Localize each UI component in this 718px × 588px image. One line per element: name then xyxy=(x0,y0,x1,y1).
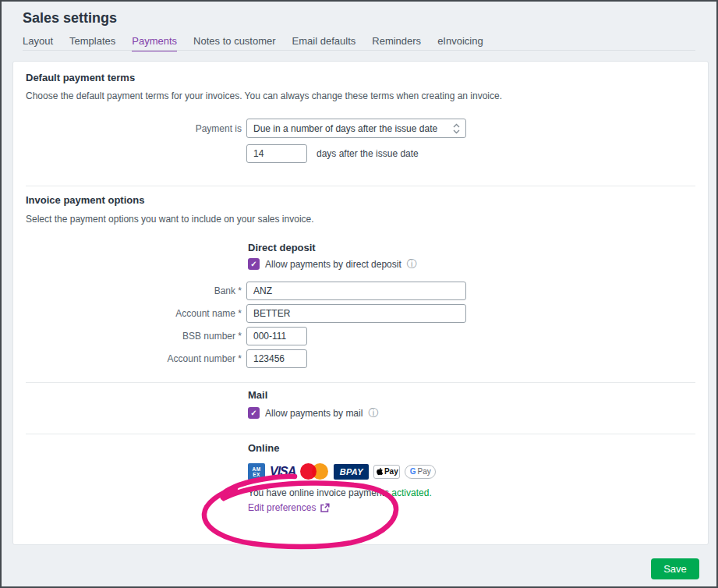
tab-bar: Layout Templates Payments Notes to custo… xyxy=(23,35,483,51)
page-title: Sales settings xyxy=(23,10,117,27)
section-divider xyxy=(26,434,695,434)
tab-layout[interactable]: Layout xyxy=(23,35,53,51)
payment-is-label: Payment is xyxy=(13,123,242,134)
account-name-label: Account name * xyxy=(13,308,242,319)
account-number-label: Account number * xyxy=(13,353,242,364)
default-payment-terms-heading: Default payment terms xyxy=(26,72,135,83)
amex-icon: AM EX xyxy=(248,463,265,480)
online-heading: Online xyxy=(248,442,279,454)
invoice-payment-options-description: Select the payment options you want to i… xyxy=(26,214,314,225)
tab-einvoicing[interactable]: eInvoicing xyxy=(437,35,483,51)
invoice-payment-options-heading: Invoice payment options xyxy=(26,194,144,206)
status-text: You have online invoice payments xyxy=(248,487,391,498)
tab-email-defaults[interactable]: Email defaults xyxy=(292,35,356,51)
edit-preferences-label: Edit preferences xyxy=(248,502,316,513)
account-number-input[interactable] xyxy=(246,349,307,368)
payment-methods-row: AM EX VISA BPAY Pay G Pay xyxy=(248,462,436,480)
bsb-number-input[interactable] xyxy=(246,327,307,345)
days-input[interactable] xyxy=(246,144,307,163)
payment-terms-select[interactable]: Due in a number of days after the issue … xyxy=(246,119,466,138)
visa-icon: VISA xyxy=(270,465,295,479)
section-divider xyxy=(26,382,695,383)
settings-card: Default payment terms Choose the default… xyxy=(12,61,709,545)
tab-notes-to-customer[interactable]: Notes to customer xyxy=(193,35,276,51)
tab-templates[interactable]: Templates xyxy=(69,35,115,51)
mastercard-icon xyxy=(300,463,329,480)
payment-terms-selected-value: Due in a number of days after the issue … xyxy=(253,123,437,134)
tabs-divider xyxy=(23,50,695,51)
mail-heading: Mail xyxy=(248,389,267,401)
default-payment-terms-description: Choose the default payment terms for you… xyxy=(26,90,502,101)
amex-text: AM xyxy=(252,466,260,472)
bsb-number-label: BSB number * xyxy=(13,331,242,342)
bank-input[interactable] xyxy=(246,282,466,300)
section-divider xyxy=(26,186,695,186)
external-link-icon xyxy=(320,503,330,513)
edit-preferences-link[interactable]: Edit preferences xyxy=(248,502,330,513)
status-activated-text: activated. xyxy=(391,487,431,498)
select-chevrons-icon xyxy=(453,123,460,134)
direct-deposit-checkbox-label: Allow payments by direct deposit xyxy=(265,259,401,270)
mail-checkbox[interactable]: ✓ xyxy=(248,407,260,419)
google-pay-icon: G Pay xyxy=(405,465,436,479)
apple-pay-icon: Pay xyxy=(373,465,400,479)
mail-checkbox-label: Allow payments by mail xyxy=(265,408,363,419)
apple-logo-icon xyxy=(376,467,383,476)
save-button[interactable]: Save xyxy=(651,558,699,579)
sales-settings-window: Sales settings Layout Templates Payments… xyxy=(0,0,718,588)
tab-payments[interactable]: Payments xyxy=(132,35,177,51)
apple-pay-text: Pay xyxy=(384,467,398,476)
google-pay-text: Pay xyxy=(418,467,431,476)
info-icon[interactable]: ⓘ xyxy=(368,408,378,418)
online-payments-status: You have online invoice payments activat… xyxy=(248,487,432,498)
days-suffix-label: days after the issue date xyxy=(317,148,419,159)
account-name-input[interactable] xyxy=(246,304,466,323)
bank-label: Bank * xyxy=(13,285,242,296)
direct-deposit-checkbox-row: ✓ Allow payments by direct deposit ⓘ xyxy=(248,258,417,270)
google-g-text: G xyxy=(410,467,416,476)
info-icon[interactable]: ⓘ xyxy=(407,259,417,269)
direct-deposit-checkbox[interactable]: ✓ xyxy=(248,258,260,270)
bpay-icon: BPAY xyxy=(334,464,369,480)
direct-deposit-heading: Direct deposit xyxy=(248,242,316,253)
mail-checkbox-row: ✓ Allow payments by mail ⓘ xyxy=(248,407,378,419)
amex-text: EX xyxy=(253,472,260,477)
tab-reminders[interactable]: Reminders xyxy=(372,35,421,51)
